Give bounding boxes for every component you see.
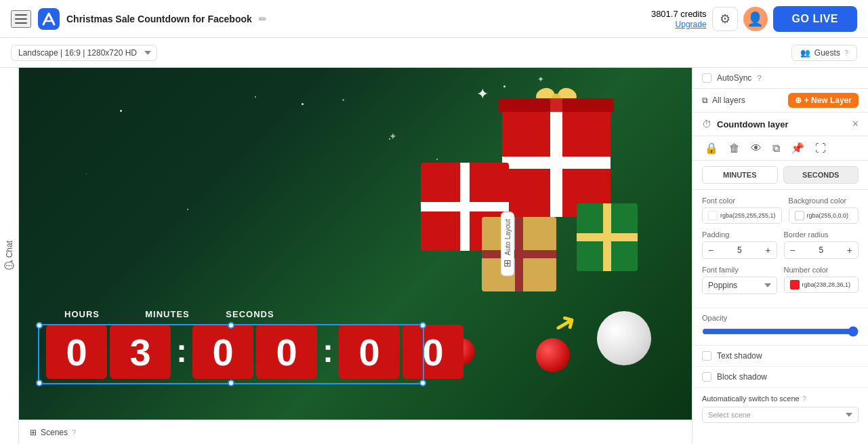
chat-toggle[interactable]: 💬 Chat (5, 241, 14, 270)
font-family-label: Font family (702, 266, 777, 274)
minutes-digit-2: 0 (256, 325, 317, 379)
layers-row: ⧉ All layers ⊕ + New Layer (693, 89, 868, 113)
colon-2: : (320, 332, 336, 369)
auto-switch-help-icon: ? (802, 395, 806, 403)
handle-tl[interactable] (36, 322, 43, 329)
opacity-section: Opacity (693, 308, 868, 346)
auto-layout-button[interactable]: Auto Layout ⊞ (501, 211, 514, 276)
padding-control: − 5 + (702, 241, 777, 259)
padding-plus-button[interactable]: + (760, 242, 776, 258)
settings-button[interactable]: ⚙ (712, 7, 738, 31)
border-radius-value: 5 (801, 243, 842, 258)
opacity-slider[interactable] (702, 326, 859, 337)
resolution-select[interactable]: Landscape | 16:9 | 1280x720 HD (11, 45, 157, 61)
number-color-col: Number color rgba(238,28,36,1) (784, 266, 859, 294)
font-color-field[interactable]: rgba(255,255,255,1) (702, 207, 782, 224)
seconds-digit-2: 0 (402, 325, 463, 379)
font-color-col: Font color rgba(255,255,255,1) (702, 197, 782, 224)
number-color-value: rgba(238,28,36,1) (802, 281, 851, 288)
guests-icon: 👥 (800, 48, 810, 58)
autosync-label: AutoSync (717, 73, 751, 83)
font-number-row: Font family Poppins Number color rgba(23… (702, 266, 859, 294)
right-panel: AutoSync ? ⧉ All layers ⊕ + New Layer ⏱ … (692, 68, 868, 444)
duplicate-layer-button[interactable]: ⧉ (770, 141, 783, 156)
seconds-tab[interactable]: SECONDS (783, 166, 859, 184)
autosync-help-icon[interactable]: ? (757, 74, 761, 82)
handle-bl[interactable] (36, 380, 43, 386)
canvas-container[interactable]: ✦ ✦ ✦ • • (19, 68, 692, 420)
font-color-value: rgba(255,255,255,1) (720, 212, 776, 219)
bg-color-swatch (795, 211, 804, 220)
delete-layer-button[interactable]: 🗑 (726, 141, 743, 156)
padding-minus-button[interactable]: − (703, 242, 719, 258)
block-shadow-row: Block shadow (693, 367, 868, 388)
seconds-digit-1: 0 (339, 325, 400, 379)
lock-layer-button[interactable]: 🔒 (702, 140, 721, 156)
help-icon: ? (844, 49, 848, 57)
border-radius-label: Border radius (784, 230, 859, 239)
hours-digit-1: 0 (46, 325, 107, 379)
all-layers-button[interactable]: ⧉ All layers (702, 96, 781, 105)
upgrade-link[interactable]: Upgrade (676, 20, 707, 29)
new-layer-label: + New Layer (804, 96, 852, 105)
countdown-widget[interactable]: HOURS MINUTES SECONDS 0 3 : 0 0 (46, 309, 463, 379)
new-layer-button[interactable]: ⊕ + New Layer (788, 93, 859, 108)
guests-label: Guests (814, 48, 840, 58)
bg-color-field[interactable]: rgba(255,0,0,0) (789, 207, 859, 224)
countdown-layer-icon: ⏱ (702, 119, 711, 129)
layer-header: ⏱ Countdown layer × (693, 113, 868, 136)
chat-icon: 💬 (5, 261, 14, 271)
pin-layer-button[interactable]: 📌 (788, 140, 807, 156)
border-radius-col: Border radius − 5 + (784, 230, 859, 259)
layers-icon: ⧉ (702, 96, 708, 105)
expand-layer-button[interactable]: ⛶ (812, 141, 829, 156)
subtoolbar: Landscape | 16:9 | 1280x720 HD 👥 Guests … (0, 38, 868, 68)
canvas-area: ✦ ✦ ✦ • • (19, 68, 692, 444)
minutes-tab[interactable]: MINUTES (702, 166, 778, 184)
scenes-help-icon: ? (72, 428, 76, 437)
colon-1: : (173, 332, 190, 369)
time-tabs: MINUTES SECONDS (693, 161, 868, 190)
font-color-swatch (708, 211, 718, 220)
text-shadow-checkbox[interactable] (702, 351, 711, 361)
border-radius-plus-button[interactable]: + (842, 242, 858, 258)
number-color-label: Number color (784, 266, 859, 274)
chat-label: Chat (5, 241, 14, 258)
close-layer-button[interactable]: × (852, 118, 859, 130)
visibility-layer-button[interactable]: 👁 (748, 141, 764, 156)
padding-value: 5 (719, 243, 760, 258)
hours-label: HOURS (51, 309, 112, 319)
credits-amount: 3801.7 credits (651, 9, 707, 19)
main-content: 💬 Chat ✦ ✦ ✦ • • (0, 68, 868, 444)
credits-info: 3801.7 credits Upgrade (651, 9, 707, 29)
layer-title: Countdown layer (717, 119, 847, 129)
seconds-label: SECONDS (220, 309, 281, 319)
minutes-label: MINUTES (137, 309, 198, 319)
bottom-toolbar: ⊞ Scenes ? (19, 420, 692, 444)
minutes-digit-1: 0 (192, 325, 253, 379)
scenes-button[interactable]: ⊞ Scenes ? (30, 428, 76, 437)
text-shadow-row: Text shadow (693, 346, 868, 367)
scene-select[interactable]: Select scene (702, 407, 859, 423)
handle-bottom[interactable] (228, 380, 234, 386)
edit-title-icon[interactable]: ✏ (259, 14, 267, 24)
user-avatar: 👤 (743, 7, 768, 31)
font-family-select[interactable]: Poppins (702, 277, 777, 294)
topbar-center: 3801.7 credits Upgrade ⚙ 👤 GO LIVE (651, 6, 857, 32)
autosync-checkbox[interactable] (702, 73, 711, 83)
block-shadow-checkbox[interactable] (702, 372, 711, 382)
number-color-swatch (790, 280, 800, 289)
guests-button[interactable]: 👥 Guests ? (791, 45, 857, 61)
border-radius-minus-button[interactable]: − (785, 242, 801, 258)
opacity-label: Opacity (702, 314, 859, 322)
hours-digit-2: 3 (110, 325, 171, 379)
color-row: Font color rgba(255,255,255,1) Backgroun… (702, 197, 859, 224)
number-color-field[interactable]: rgba(238,28,36,1) (784, 277, 859, 293)
text-shadow-label: Text shadow (717, 351, 762, 361)
app-logo (38, 8, 60, 30)
font-family-col: Font family Poppins (702, 266, 777, 294)
go-live-button[interactable]: GO LIVE (773, 6, 857, 32)
hamburger-menu-button[interactable] (11, 10, 31, 28)
border-radius-control: − 5 + (784, 241, 859, 259)
countdown-labels: HOURS MINUTES SECONDS (46, 309, 281, 319)
